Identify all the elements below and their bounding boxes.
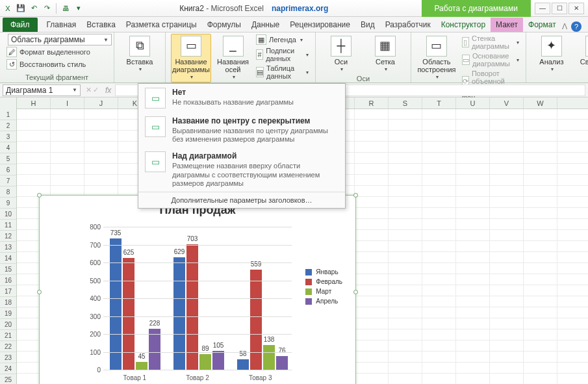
menu-item-above-chart[interactable]: ▭ Над диаграммойРазмещение названия ввер… (138, 147, 345, 192)
tab-review[interactable]: Рецензирование (285, 18, 355, 32)
row-header[interactable]: 11 (0, 220, 16, 231)
row-header[interactable]: 22 (0, 341, 16, 352)
tab-chart-layout[interactable]: Макет (491, 18, 523, 32)
gridlines-button[interactable]: ▦ Сетка▾ (365, 34, 405, 75)
menu-item-none[interactable]: ▭ НетНе показывать название диаграммы (138, 84, 345, 112)
row-header[interactable]: 19 (0, 308, 16, 319)
bar[interactable]: 228 (149, 329, 160, 370)
data-labels-button[interactable]: #Подписи данных▾ (255, 46, 310, 63)
row-header[interactable]: 23 (0, 352, 16, 363)
row-header[interactable]: 9 (0, 198, 16, 209)
row-header[interactable]: 5 (0, 153, 16, 164)
properties-button[interactable]: ⚙ Свойства (576, 34, 588, 68)
close-button[interactable]: ✕ (569, 3, 584, 14)
col-header[interactable]: R (355, 97, 389, 109)
resize-handle[interactable] (37, 290, 42, 294)
row-header[interactable]: 4 (0, 142, 16, 153)
bar[interactable]: 559 (250, 270, 262, 370)
row-header[interactable]: 24 (0, 363, 16, 374)
col-header[interactable]: J (84, 97, 118, 109)
bar[interactable]: 625 (123, 258, 134, 370)
row-header[interactable]: 25 (0, 374, 16, 384)
fx-icon[interactable]: fx (101, 86, 115, 95)
row-header[interactable]: 15 (0, 264, 16, 275)
col-header[interactable]: S (389, 97, 422, 109)
legend-item[interactable]: Январь (305, 268, 342, 275)
tab-insert[interactable]: Вставка (81, 18, 121, 32)
row-headers[interactable]: 1234567891011121314151617181920212223242… (0, 97, 17, 384)
tab-developer[interactable]: Разработчик (380, 18, 436, 32)
reset-style-button[interactable]: ↺ Восстановить стиль (5, 58, 109, 70)
tab-chart-design[interactable]: Конструктор (436, 18, 491, 32)
chart-element-selector[interactable]: Область диаграммы▼ (8, 34, 112, 45)
plot-area-button[interactable]: ▭ Область построения▾ (416, 34, 457, 83)
legend-item[interactable]: Апрель (305, 298, 342, 305)
embedded-chart[interactable]: План продаж 0100200300400500600700800 73… (39, 195, 356, 384)
menu-item-more-options[interactable]: Дополнительные параметры заголовков… (138, 192, 345, 208)
tab-data[interactable]: Данные (246, 18, 285, 32)
ribbon-minimize-icon[interactable]: ᐱ (562, 22, 567, 31)
help-icon[interactable]: ? (571, 21, 582, 32)
data-table-button[interactable]: ▤Таблица данных▾ (255, 64, 310, 81)
resize-handle[interactable] (353, 290, 358, 294)
plot-area[interactable]: 0100200300400500600700800 73562545228629… (77, 227, 292, 370)
col-header[interactable]: H (17, 97, 51, 109)
col-header[interactable]: T (422, 97, 456, 109)
tab-home[interactable]: Главная (42, 18, 82, 32)
name-box[interactable]: Диаграмма 1▼ (3, 84, 81, 96)
tab-view[interactable]: Вид (355, 18, 380, 32)
col-header[interactable]: V (490, 97, 524, 109)
save-icon[interactable]: 💾 (16, 3, 26, 14)
row-header[interactable]: 6 (0, 164, 16, 175)
row-header[interactable]: 8 (0, 186, 16, 198)
row-header[interactable]: 16 (0, 275, 16, 286)
bar[interactable]: 105 (212, 351, 224, 370)
legend-item[interactable]: Февраль (305, 278, 342, 285)
row-header[interactable]: 2 (0, 120, 16, 131)
row-header[interactable]: 14 (0, 253, 16, 264)
undo-icon[interactable]: ↶ (29, 3, 39, 14)
tab-file[interactable]: Файл (3, 18, 38, 32)
row-header[interactable]: 20 (0, 319, 16, 330)
chart-title-button[interactable]: ▭ Название диаграммы▾ (171, 34, 211, 83)
insert-button[interactable]: ⧉ Вставка▾ (120, 34, 160, 75)
site-link[interactable]: naprimerax.org (272, 4, 328, 13)
row-header[interactable]: 3 (0, 131, 16, 142)
row-header[interactable]: 1 (0, 109, 16, 120)
menu-item-centered-overlay[interactable]: ▭ Название по центру с перекрытиемВыравн… (138, 112, 345, 147)
row-header[interactable]: 10 (0, 209, 16, 220)
row-header[interactable]: 18 (0, 297, 16, 308)
bar[interactable]: 58 (237, 359, 249, 370)
resize-handle[interactable] (353, 193, 358, 198)
format-selection-button[interactable]: 🖉 Формат выделенного (5, 46, 109, 58)
col-header[interactable]: I (51, 97, 84, 109)
bar[interactable]: 138 (263, 345, 275, 370)
col-header[interactable]: U (456, 97, 490, 109)
quickprint-icon[interactable]: 🖶 (60, 3, 71, 14)
bar[interactable]: 76 (276, 356, 288, 370)
axis-titles-button[interactable]: ⎯ Названия осей▾ (215, 34, 251, 83)
row-header[interactable]: 13 (0, 242, 16, 253)
resize-handle[interactable] (37, 193, 42, 198)
chart-legend[interactable]: ЯнварьФевральМартАпрель (305, 266, 342, 307)
legend-item[interactable]: Март (305, 288, 342, 295)
redo-icon[interactable]: ↷ (42, 3, 52, 14)
qat-more-icon[interactable]: ▾ (73, 3, 84, 14)
bar[interactable]: 629 (173, 257, 185, 370)
axes-button[interactable]: ┼ Оси▾ (321, 34, 361, 75)
legend-button[interactable]: ▦Легенда▾ (255, 34, 310, 45)
maximize-button[interactable]: ☐ (552, 3, 567, 14)
bar[interactable]: 89 (199, 354, 211, 370)
minimize-button[interactable]: — (535, 3, 550, 14)
analysis-button[interactable]: ✦ Анализ▾ (531, 34, 572, 75)
tab-formulas[interactable]: Формулы (202, 18, 246, 32)
col-header[interactable]: W (524, 97, 557, 109)
bar[interactable]: 45 (136, 362, 147, 370)
bar[interactable]: 735 (110, 238, 121, 370)
row-header[interactable]: 12 (0, 231, 16, 242)
tab-page-layout[interactable]: Разметка страницы (121, 18, 202, 32)
row-header[interactable]: 21 (0, 330, 16, 341)
tab-chart-format[interactable]: Формат (523, 18, 561, 32)
row-header[interactable]: 17 (0, 286, 16, 297)
row-header[interactable]: 7 (0, 175, 16, 186)
